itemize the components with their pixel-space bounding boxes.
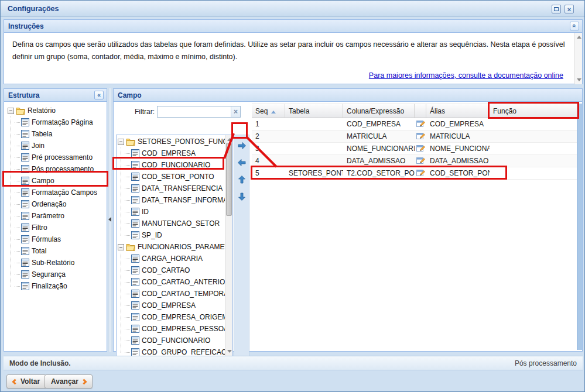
table-row[interactable]: 2MATRICULAMATRICULA: [252, 130, 578, 143]
field-item-sp-id[interactable]: SP_ID: [118, 229, 225, 241]
tree-item-label: COD_CARTAO: [139, 266, 190, 274]
field-item-data-transferencia[interactable]: DATA_TRANSFERENCIA: [118, 183, 225, 194]
collapse-minus-icon[interactable]: [118, 244, 124, 250]
cell-seq: 3: [252, 143, 285, 155]
column-header-alias[interactable]: Álias: [426, 104, 490, 118]
maximize-button[interactable]: [552, 5, 561, 13]
edit-alias-icon[interactable]: [415, 143, 426, 155]
sidebar-item-sub-relat-rio[interactable]: Sub-Relatório: [8, 257, 105, 269]
field-item-cod-empresa-origem[interactable]: COD_EMPRESA_ORIGEM: [118, 311, 225, 323]
field-group-funcionarios-parametros[interactable]: FUNCIONARIOS_PARAMETROS: [118, 241, 225, 253]
sidebar-root-relatorio[interactable]: Relatório: [8, 105, 105, 116]
column-header-funcao[interactable]: Função: [490, 104, 578, 118]
sidebar-item-filtro[interactable]: Filtro: [8, 222, 105, 233]
splitter-collapse-icon[interactable]: [108, 217, 111, 222]
field-item-carga-horaria[interactable]: CARGA_HORARIA: [118, 253, 225, 264]
edit-alias-icon[interactable]: [415, 155, 426, 167]
sidebar-item-par-metro[interactable]: Parâmetro: [8, 210, 105, 222]
tree-item-label: COD_FUNCIONARIO: [139, 336, 210, 345]
sidebar-item-pr-processamento[interactable]: Pré processamento: [8, 152, 105, 163]
form-icon: [21, 270, 29, 278]
tree-item-label: Pós processamento: [29, 165, 94, 173]
filter-input[interactable]: [158, 106, 231, 117]
field-tree: SETORES_PONTOS_FUNCIONACOD_EMPRESACOD_FU…: [118, 136, 225, 356]
table-row[interactable]: 1COD_EMPRESACOD_EMPRESA: [252, 118, 578, 130]
form-icon: [21, 200, 29, 208]
scroll-down-icon[interactable]: [227, 350, 232, 353]
edit-alias-icon[interactable]: [415, 167, 426, 180]
close-button[interactable]: ×: [565, 5, 574, 13]
tree-item-label: ID: [139, 208, 149, 216]
collapse-left-button[interactable]: «: [94, 91, 104, 99]
tree-item-label: Total: [29, 247, 46, 255]
sidebar-item-join[interactable]: Join: [8, 140, 105, 152]
tree-item-label: Segurança: [29, 270, 66, 278]
field-item-cod-setor-ponto[interactable]: COD_SETOR_PONTO: [118, 171, 225, 183]
scroll-up-icon[interactable]: [227, 138, 232, 141]
tree-item-label: Formatação Campos: [29, 188, 97, 197]
sidebar-item-tabela[interactable]: Tabela: [8, 128, 105, 140]
clear-filter-icon[interactable]: ×: [231, 106, 240, 117]
documentation-link[interactable]: Para maiores informações, consulte a doc…: [369, 71, 563, 80]
instructions-scrollbar[interactable]: [574, 33, 582, 84]
move-up-button[interactable]: [237, 174, 247, 185]
cell-tabela: SETORES_PONTOS...: [285, 167, 343, 180]
column-header-seq[interactable]: Seq: [252, 104, 285, 118]
scroll-down-icon[interactable]: [577, 78, 581, 81]
field-item-cod-cartao-temporari[interactable]: COD_CARTAO_TEMPORARI: [118, 288, 225, 300]
column-header-icon[interactable]: [415, 104, 426, 118]
column-header-coluna-expressao[interactable]: Coluna/Expressão: [343, 104, 415, 118]
field-item-id[interactable]: ID: [118, 206, 225, 218]
table-row[interactable]: 3NOME_FUNCIONARIONOME_FUNCIONAR...: [252, 143, 578, 155]
field-item-cod-empresa[interactable]: COD_EMPRESA: [118, 147, 225, 159]
column-header-tabela[interactable]: Tabela: [285, 104, 343, 118]
field-item-cod-cartao[interactable]: COD_CARTAO: [118, 264, 225, 276]
cell-alias: NOME_FUNCIONAR...: [426, 143, 490, 155]
sidebar-item-p-s-processamento[interactable]: Pós processamento: [8, 163, 105, 175]
sidebar-item-f-rmulas[interactable]: Fórmulas: [8, 233, 105, 245]
sidebar-item-formata-o-campos[interactable]: Formatação Campos: [8, 187, 105, 198]
sidebar-item-ordena-o[interactable]: Ordenação: [8, 198, 105, 210]
field-tree-vscrollbar[interactable]: [225, 135, 232, 356]
sidebar-item-formata-o-p-gina[interactable]: Formatação Página: [8, 116, 105, 128]
move-left-button[interactable]: [237, 157, 247, 168]
vscroll-thumb[interactable]: [226, 143, 232, 216]
form-icon: [21, 130, 29, 138]
tree-item-label: Formatação Página: [29, 118, 93, 126]
estrutura-tree: Relatório Formatação PáginaTabelaJoinPré…: [4, 102, 107, 292]
chevron-double-left-icon: «: [97, 91, 101, 98]
cell-tabela: [285, 118, 343, 130]
cell-alias: COD_SETOR_PONT...: [426, 167, 490, 180]
table-right-scrollbar[interactable]: [577, 104, 582, 350]
field-item-cod-empresa-pessoa[interactable]: COD_EMPRESA_PESSOA: [118, 323, 225, 335]
tree-item-label: Ordenação: [29, 200, 66, 208]
tree-item-label: MANUTENCAO_SETOR: [139, 219, 220, 228]
voltar-button[interactable]: Voltar: [6, 374, 46, 388]
field-item-data-transf-informada[interactable]: DATA_TRANSF_INFORMADA: [118, 194, 225, 206]
field-group-setores-pontos-funciona[interactable]: SETORES_PONTOS_FUNCIONA: [118, 136, 225, 147]
edit-alias-icon[interactable]: [415, 118, 426, 130]
field-item-manutencao-setor[interactable]: MANUTENCAO_SETOR: [118, 218, 225, 229]
field-item-cod-funcionario[interactable]: COD_FUNCIONARIO: [118, 335, 225, 346]
move-down-button[interactable]: [237, 191, 247, 202]
edit-alias-icon[interactable]: [415, 130, 426, 143]
sidebar-item-campo[interactable]: Campo: [8, 175, 105, 187]
table-header-row: Seq Tabela Coluna/Expressão Álias Função: [252, 104, 578, 118]
table-row[interactable]: 4DATA_ADMISSAODATA_ADMISSAO: [252, 155, 578, 167]
move-right-button[interactable]: [237, 140, 247, 151]
table-row[interactable]: 5SETORES_PONTOS...T2.COD_SETOR_PON...COD…: [252, 167, 578, 180]
sidebar-item-finaliza-o[interactable]: Finalização: [8, 280, 105, 292]
collapse-minus-icon[interactable]: [118, 139, 124, 145]
collapse-up-button[interactable]: «: [570, 22, 579, 30]
avancar-button[interactable]: Avançar: [45, 374, 93, 388]
sidebar-item-total[interactable]: Total: [8, 245, 105, 257]
scroll-up-icon[interactable]: [577, 36, 581, 39]
collapse-minus-icon[interactable]: [8, 108, 14, 114]
cell-coluna: COD_EMPRESA: [343, 118, 415, 130]
field-item-cod-empresa[interactable]: COD_EMPRESA: [118, 300, 225, 311]
sidebar-item-seguran-a[interactable]: Segurança: [8, 269, 105, 280]
panel-splitter[interactable]: [108, 88, 112, 352]
field-item-cod-grupo-refeicao[interactable]: COD_GRUPO_REFEICAO: [118, 346, 225, 356]
field-item-cod-cartao-anterior[interactable]: COD_CARTAO_ANTERIOR: [118, 276, 225, 288]
field-item-cod-funcionario[interactable]: COD_FUNCIONARIO: [118, 159, 225, 171]
